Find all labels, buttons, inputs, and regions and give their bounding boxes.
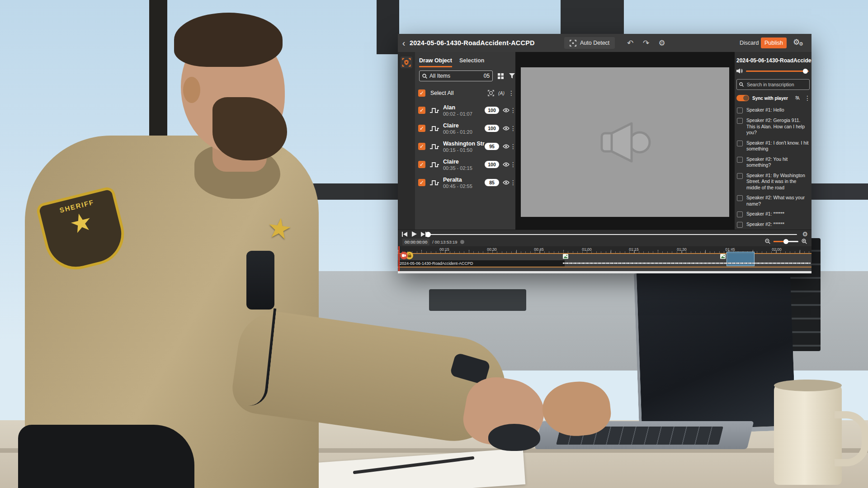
- seek-knob[interactable]: [425, 232, 431, 237]
- select-all-menu-icon[interactable]: ⋮: [508, 89, 514, 97]
- item-menu-icon[interactable]: ⋮: [510, 143, 515, 150]
- sync-label: Sync with player: [752, 96, 792, 101]
- redact-all-icon[interactable]: [487, 89, 495, 97]
- transcript-list: Speaker #1: Hello Speaker #2: Gerogia 91…: [737, 107, 810, 230]
- item-checkbox[interactable]: ✓: [418, 107, 425, 114]
- filter-funnel-icon[interactable]: [508, 72, 515, 80]
- transcript-checkbox[interactable]: [737, 118, 743, 124]
- list-item[interactable]: ✓ Alan 00:02 - 01:07 100 ⋮: [415, 101, 515, 119]
- volume-slider[interactable]: [746, 70, 809, 72]
- audio-track[interactable]: 2024-05-06-1430-RoadAccident-ACCPD: [398, 253, 811, 271]
- zoom-out-icon[interactable]: [765, 239, 770, 244]
- visibility-eye-icon[interactable]: [502, 126, 510, 131]
- redact-logo-icon[interactable]: [401, 56, 412, 68]
- list-item[interactable]: ✓ Claire 00:06 - 01:20 100 ⋮: [415, 119, 515, 137]
- transcript-checkbox[interactable]: [737, 157, 743, 163]
- transcript-checkbox[interactable]: [737, 195, 743, 201]
- video-canvas[interactable]: [521, 67, 729, 217]
- current-timecode: 00:00:00:00: [402, 239, 429, 245]
- coffee-mug: [774, 383, 842, 485]
- panel-tabs: Draw Object Selection: [415, 52, 515, 67]
- undo-icon[interactable]: ↶: [625, 38, 636, 48]
- translate-icon[interactable]: A: [795, 95, 801, 101]
- transcription-search-input[interactable]: [746, 81, 807, 88]
- item-menu-icon[interactable]: ⋮: [510, 179, 515, 186]
- visibility-eye-icon[interactable]: [502, 180, 510, 185]
- auto-detect-button[interactable]: Auto Detect: [564, 37, 615, 49]
- detection-marker-icon[interactable]: [720, 254, 726, 259]
- play-icon[interactable]: [411, 231, 417, 237]
- transcript-checkbox[interactable]: [737, 173, 743, 179]
- transcript-entry[interactable]: Speaker #2: Gerogia 911. This is Alan. H…: [737, 117, 810, 136]
- confidence-badge: 100: [485, 125, 499, 132]
- items-filter-box[interactable]: All Items 05: [419, 70, 493, 81]
- volume-knob[interactable]: [803, 69, 808, 74]
- transport-controls: [401, 231, 427, 237]
- transcript-entry[interactable]: Speaker #2: What was your name?: [737, 195, 810, 207]
- zoom-slider[interactable]: [774, 241, 798, 242]
- zoom-knob[interactable]: [783, 239, 788, 244]
- item-checkbox[interactable]: ✓: [418, 179, 425, 186]
- back-icon[interactable]: ‹: [398, 38, 410, 47]
- waveform: [563, 263, 811, 264]
- sheriff-ear: [183, 77, 200, 103]
- detection-marker-icon[interactable]: [563, 254, 568, 259]
- transcription-panel: 2024-05-06-1430-RoadAccide... Sync with …: [735, 52, 811, 230]
- transcript-checkbox[interactable]: [737, 211, 743, 217]
- transcript-text: Speaker #2: What was your name?: [746, 195, 809, 207]
- transcript-entry[interactable]: Speaker #1: ******: [737, 211, 810, 217]
- audio-wave-icon: [429, 161, 439, 168]
- app-settings-gears-icon[interactable]: ⚙ ⚙: [793, 37, 807, 49]
- transcript-entry[interactable]: Speaker #2: ******: [737, 221, 810, 228]
- list-item[interactable]: ✓ Washington Street 00:15 - 01:50 95 ⋮: [415, 137, 515, 155]
- playhead[interactable]: [398, 246, 400, 271]
- transcript-entry[interactable]: Speaker #2: You hit something?: [737, 156, 810, 169]
- item-checkbox[interactable]: ✓: [418, 143, 425, 150]
- list-item[interactable]: ✓ Claire 00:35 - 02:15 100 ⋮: [415, 155, 515, 174]
- transcript-checkbox[interactable]: [737, 222, 743, 228]
- horizontal-scrollbar[interactable]: [398, 271, 811, 273]
- item-menu-icon[interactable]: ⋮: [510, 161, 515, 168]
- redo-icon[interactable]: ↷: [641, 38, 651, 48]
- transcript-entry[interactable]: Speaker #1: I don't know. I hit somethin…: [737, 140, 810, 152]
- sync-row: Sync with player A ⋮: [736, 94, 810, 102]
- tab-draw-object[interactable]: Draw Object: [419, 57, 452, 67]
- skip-back-icon[interactable]: [401, 231, 408, 237]
- timeline-selection-region[interactable]: [726, 252, 755, 266]
- duty-belt: [18, 425, 194, 488]
- transcript-checkbox[interactable]: [737, 141, 743, 146]
- item-checkbox[interactable]: ✓: [418, 125, 425, 132]
- visibility-eye-icon[interactable]: [502, 144, 510, 149]
- list-item[interactable]: ✓ Peralta 00:45 - 02:55 85 ⋮: [415, 174, 515, 192]
- settings-gear-icon[interactable]: ⚙: [656, 38, 667, 48]
- loop-indicator-icon[interactable]: [460, 240, 464, 244]
- seek-bar[interactable]: [426, 234, 797, 235]
- transcript-entry[interactable]: Speaker #1: By Washington Street. And it…: [737, 173, 810, 191]
- grid-view-icon[interactable]: [497, 72, 504, 80]
- sync-toggle[interactable]: [736, 95, 749, 101]
- transcript-text: Speaker #1: I don't know. I hit somethin…: [746, 140, 809, 152]
- visibility-eye-icon[interactable]: [502, 162, 510, 167]
- discard-button[interactable]: Discard: [736, 38, 762, 48]
- player-settings-gear-icon[interactable]: ⚙: [802, 230, 808, 238]
- publish-button[interactable]: Publish: [761, 38, 787, 48]
- item-checkbox[interactable]: ✓: [418, 161, 425, 168]
- zoom-in-icon[interactable]: [802, 239, 807, 244]
- tab-selection[interactable]: Selection: [459, 57, 485, 67]
- item-time-range: 00:02 - 01:07: [443, 111, 485, 117]
- item-menu-icon[interactable]: ⋮: [510, 107, 515, 114]
- select-all-checkbox[interactable]: ✓: [418, 89, 425, 97]
- auto-label-icon[interactable]: (A): [498, 90, 505, 96]
- title-bar: ‹ 2024-05-06-1430-RoadAccident-ACCPD Aut…: [398, 34, 811, 52]
- transcript-text: Speaker #1: Hello: [746, 107, 809, 113]
- transcription-search-box[interactable]: [736, 79, 810, 90]
- ruler-tick: 01:15: [629, 247, 638, 252]
- visibility-eye-icon[interactable]: [502, 108, 510, 113]
- volume-row: [735, 64, 811, 74]
- transcript-checkbox[interactable]: [737, 108, 743, 113]
- select-all-label: Select All: [430, 90, 487, 96]
- audio-wave-icon: [429, 143, 439, 150]
- item-menu-icon[interactable]: ⋮: [510, 125, 515, 132]
- transcript-entry[interactable]: Speaker #1: Hello: [737, 107, 810, 113]
- transcription-menu-icon[interactable]: ⋮: [804, 94, 810, 102]
